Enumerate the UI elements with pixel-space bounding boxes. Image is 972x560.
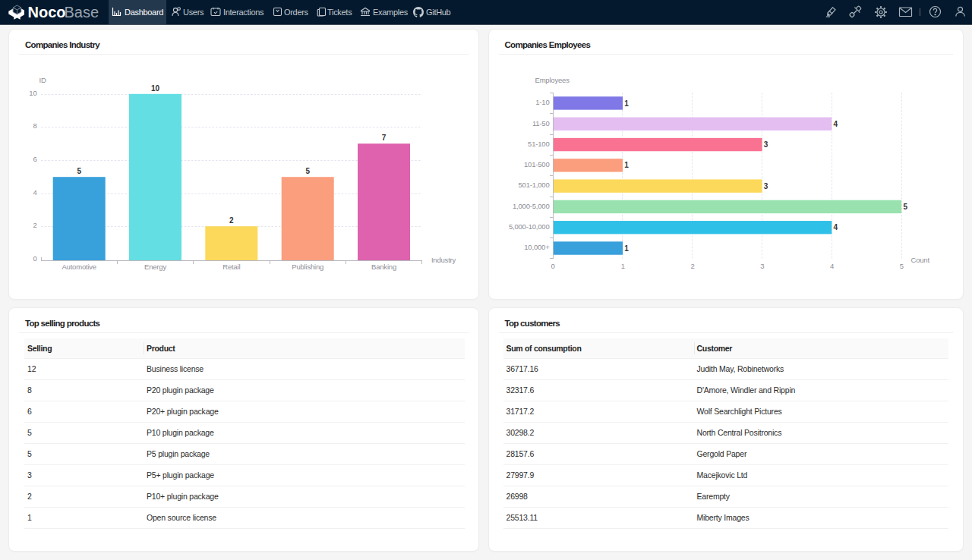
svg-text:2: 2 (33, 221, 36, 229)
svg-text:4: 4 (833, 120, 838, 128)
svg-text:7: 7 (382, 134, 387, 142)
svg-text:5: 5 (903, 203, 907, 211)
svg-text:2: 2 (229, 216, 234, 225)
svg-text:Industry: Industry (431, 256, 456, 264)
svg-text:Count: Count (910, 256, 929, 264)
svg-text:5: 5 (77, 167, 81, 175)
svg-text:10: 10 (29, 89, 36, 97)
svg-text:101-500: 101-500 (524, 160, 549, 168)
svg-text:1: 1 (624, 99, 629, 108)
svg-text:501-1,000: 501-1,000 (518, 181, 549, 189)
svg-text:Base: Base (65, 4, 99, 20)
svg-text:1: 1 (624, 244, 629, 253)
svg-text:1: 1 (620, 262, 624, 270)
svg-text:0: 0 (551, 262, 554, 270)
svg-text:Retail: Retail (222, 263, 240, 271)
svg-text:3: 3 (763, 140, 768, 149)
svg-text:4: 4 (33, 188, 36, 197)
svg-text:Energy: Energy (144, 263, 166, 271)
svg-text:Automotive: Automotive (62, 263, 96, 271)
svg-text:10: 10 (151, 84, 160, 93)
svg-text:3: 3 (760, 262, 764, 270)
svg-text:4: 4 (833, 223, 838, 231)
svg-text:11-50: 11-50 (532, 119, 549, 127)
svg-text:5,000-10,000: 5,000-10,000 (508, 222, 549, 231)
svg-text:10,000+: 10,000+ (524, 243, 550, 251)
svg-text:2: 2 (690, 262, 694, 270)
svg-text:0: 0 (33, 254, 36, 263)
svg-text:4: 4 (830, 262, 834, 270)
svg-text:1,000-5,000: 1,000-5,000 (512, 202, 549, 210)
svg-text:1-10: 1-10 (535, 98, 549, 106)
svg-text:5: 5 (305, 167, 310, 175)
svg-text:1: 1 (624, 161, 629, 169)
svg-text:51-100: 51-100 (528, 140, 549, 148)
svg-text:ID: ID (39, 76, 46, 84)
svg-text:Noco: Noco (28, 4, 66, 20)
svg-text:3: 3 (763, 182, 768, 190)
svg-text:8: 8 (33, 121, 36, 130)
svg-text:6: 6 (33, 155, 36, 163)
svg-text:Banking: Banking (371, 263, 396, 271)
svg-text:5: 5 (899, 262, 903, 270)
svg-text:Publishing: Publishing (292, 263, 323, 271)
svg-text:Employees: Employees (535, 76, 570, 84)
